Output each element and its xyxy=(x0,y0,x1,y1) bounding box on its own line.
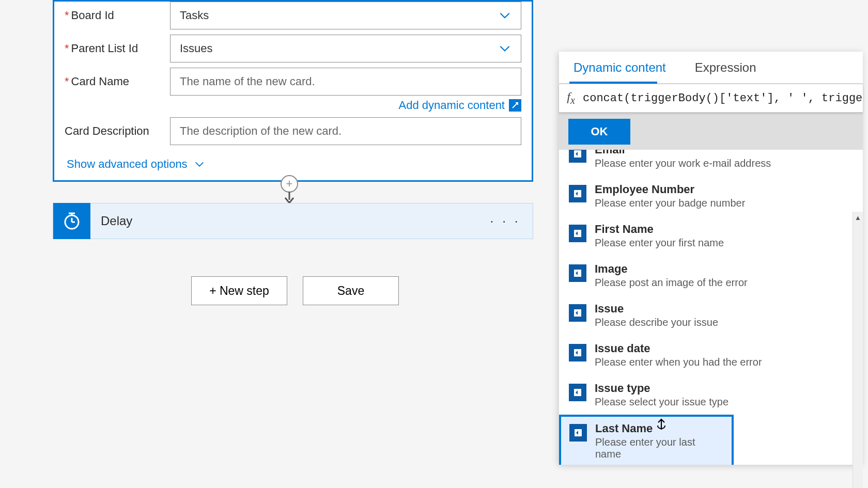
forms-icon xyxy=(569,344,586,361)
ok-button[interactable]: OK xyxy=(568,119,630,145)
fx-icon: fx xyxy=(559,90,583,106)
dynamic-content-flyout: Dynamic content Expression fx concat(tri… xyxy=(559,52,863,465)
dc-item-employee-number[interactable]: Employee NumberPlease enter your badge n… xyxy=(559,176,863,216)
dc-item-issue[interactable]: IssuePlease describe your issue xyxy=(559,295,863,335)
board-id-label: *Board Id xyxy=(65,2,170,22)
dc-item-email[interactable]: EmailPlease enter your work e-mail addre… xyxy=(559,150,863,176)
delay-action-card[interactable]: Delay · · · xyxy=(53,203,533,239)
dc-item-image[interactable]: ImagePlease post an image of the error xyxy=(559,256,863,295)
chevron-down-icon xyxy=(498,9,512,22)
scrollbar[interactable]: ▲ ▼ xyxy=(853,212,863,488)
new-step-button[interactable]: + New step xyxy=(191,276,287,305)
card-description-label: Card Description xyxy=(65,117,170,138)
tab-dynamic-content[interactable]: Dynamic content xyxy=(559,52,680,83)
forms-icon xyxy=(569,150,586,163)
action-more-menu[interactable]: · · · xyxy=(490,213,520,229)
board-id-select[interactable]: Tasks xyxy=(170,2,521,29)
forms-icon xyxy=(569,185,586,202)
forms-icon xyxy=(569,304,586,322)
flow-connector: + xyxy=(281,175,298,204)
card-name-label: *Card Name xyxy=(65,68,170,88)
add-dynamic-content-link[interactable]: Add dynamic content xyxy=(399,99,505,112)
show-advanced-options[interactable]: Show advanced options xyxy=(67,158,205,171)
dc-item-issue-date[interactable]: Issue datePlease enter when you had the … xyxy=(559,335,863,375)
dynamic-content-list[interactable]: EmailPlease enter your work e-mail addre… xyxy=(559,150,863,465)
create-card-action: *Board Id Tasks *Parent List Id Issues xyxy=(53,0,533,182)
add-dynamic-content-icon[interactable] xyxy=(509,99,521,112)
dc-item-first-name[interactable]: First NamePlease enter your first name xyxy=(559,216,863,256)
delay-title: Delay xyxy=(101,214,490,228)
forms-icon xyxy=(569,264,586,282)
chevron-down-icon xyxy=(194,159,205,170)
card-name-input[interactable]: The name of the new card. xyxy=(170,68,521,96)
dc-item-last-name[interactable]: Last NamePlease enter your last name xyxy=(559,415,734,465)
expression-input[interactable]: concat(triggerBody()['text'], ' ', trigg… xyxy=(583,92,863,105)
chevron-down-icon xyxy=(498,42,512,55)
delay-icon xyxy=(53,203,90,239)
forms-icon xyxy=(569,225,586,242)
forms-icon xyxy=(569,424,587,442)
save-button[interactable]: Save xyxy=(303,276,399,305)
add-step-between-icon[interactable]: + xyxy=(281,175,298,193)
parent-list-id-label: *Parent List Id xyxy=(65,35,170,55)
card-description-input[interactable]: The description of the new card. xyxy=(170,117,521,145)
dc-item-issue-type[interactable]: Issue typePlease select your issue type xyxy=(559,375,863,415)
arrow-down-icon xyxy=(284,192,295,204)
tab-expression[interactable]: Expression xyxy=(680,52,771,83)
scroll-up-icon[interactable]: ▲ xyxy=(853,212,863,223)
forms-icon xyxy=(569,384,586,401)
parent-list-id-select[interactable]: Issues xyxy=(170,35,521,62)
